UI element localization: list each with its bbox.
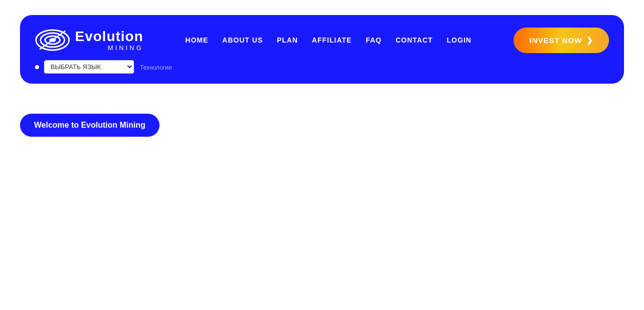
header-bottom-row: ВЫБРАТЬ ЯЗЫК English Russian Spanish Fre… bbox=[35, 60, 609, 74]
nav-item-plan[interactable]: PLAN bbox=[277, 36, 298, 45]
invest-now-label: INVEST NOW bbox=[530, 36, 582, 45]
nav-item-faq[interactable]: FAQ bbox=[366, 36, 382, 45]
dot-indicator bbox=[35, 65, 39, 69]
chevron-right-icon: ❯ bbox=[586, 36, 593, 45]
nav-link-affiliate[interactable]: AFFILIATE bbox=[312, 36, 352, 44]
nav-item-affiliate[interactable]: AFFILIATE bbox=[312, 36, 352, 45]
nav-link-contact[interactable]: CONTACT bbox=[396, 36, 432, 44]
main-content: Welcome to Evolution Mining bbox=[0, 84, 644, 157]
nav-item-contact[interactable]: CONTACT bbox=[396, 36, 432, 45]
nav-menu: HOME ABOUT US PLAN AFFILIATE FAQ CONTACT bbox=[186, 36, 472, 45]
nav-item-home[interactable]: HOME bbox=[186, 36, 208, 45]
nav-link-login[interactable]: LOGIN bbox=[447, 36, 472, 44]
nav-item-login[interactable]: LOGIN bbox=[447, 36, 472, 45]
nav-item-about[interactable]: ABOUT US bbox=[222, 36, 263, 45]
welcome-badge: Welcome to Evolution Mining bbox=[20, 114, 160, 137]
logo-evolution-text: Evolution bbox=[75, 30, 144, 44]
language-select[interactable]: ВЫБРАТЬ ЯЗЫК English Russian Spanish Fre… bbox=[44, 60, 134, 74]
nav-link-about[interactable]: ABOUT US bbox=[222, 36, 263, 44]
main-nav: HOME ABOUT US PLAN AFFILIATE FAQ CONTACT bbox=[186, 36, 472, 45]
nav-link-faq[interactable]: FAQ bbox=[366, 36, 382, 44]
nav-link-home[interactable]: HOME bbox=[186, 36, 208, 44]
header: Evolution MINING HOME ABOUT US PLAN AFFI… bbox=[20, 15, 624, 84]
logo-text-block: Evolution MINING bbox=[75, 30, 144, 51]
logo-mining-text: MINING bbox=[75, 45, 144, 51]
logo-area: Evolution MINING bbox=[35, 25, 144, 55]
technologies-link[interactable]: Технологии bbox=[140, 64, 172, 71]
dot-and-select: ВЫБРАТЬ ЯЗЫК English Russian Spanish Fre… bbox=[35, 60, 134, 74]
header-top-row: Evolution MINING HOME ABOUT US PLAN AFFI… bbox=[35, 25, 609, 55]
invest-now-button[interactable]: INVEST NOW ❯ bbox=[514, 28, 609, 53]
nav-link-plan[interactable]: PLAN bbox=[277, 36, 298, 44]
logo-icon bbox=[35, 25, 70, 55]
